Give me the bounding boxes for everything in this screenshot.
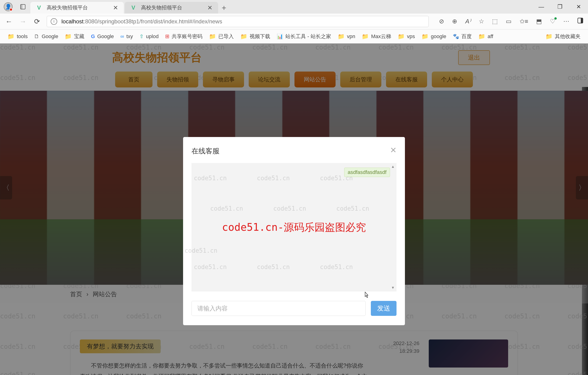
browser-tab-active[interactable]: V 高校失物招领平台 ✕ xyxy=(30,2,124,13)
folder-icon: 📁 xyxy=(362,33,369,40)
bookmark-item[interactable]: 🗋Google xyxy=(34,33,58,40)
bookmark-item[interactable]: 📁vps xyxy=(398,33,415,40)
svg-rect-3 xyxy=(581,18,583,23)
tab-close-icon[interactable]: ✕ xyxy=(207,4,212,11)
chat-message-outgoing: asdfasdfasdfasdf xyxy=(198,168,390,177)
send-button[interactable]: 发送 xyxy=(371,301,397,316)
toolbar-icons: ⊘ ⊕ A⁾ ☆ ⬚ ▭ ✩≡ ⬒ ♡ ⋯ xyxy=(439,18,583,25)
bookmark-item[interactable]: ⇧uplod xyxy=(139,33,158,40)
bookmarks-bar: 📁tools 🗋Google 📁宝藏 GGoogle ∞txy ⇧uplod ⊞… xyxy=(0,30,588,44)
bookmark-item[interactable]: 📊站长工具 - 站长之家 xyxy=(277,33,331,40)
folder-icon: 📁 xyxy=(421,33,429,40)
chat-input[interactable] xyxy=(191,301,366,316)
close-window-button[interactable]: ✕ xyxy=(569,0,588,13)
zoom-icon[interactable]: ⊕ xyxy=(452,18,457,25)
vue-favicon-icon: V xyxy=(130,5,136,11)
back-button[interactable]: ← xyxy=(5,18,13,25)
mouse-cursor xyxy=(363,291,370,301)
modal-close-icon[interactable]: ✕ xyxy=(390,145,397,155)
folder-icon: 📁 xyxy=(209,33,216,40)
read-aloud-icon[interactable]: A⁾ xyxy=(465,18,471,25)
bookmark-item[interactable]: GGoogle xyxy=(91,33,114,40)
tracking-icon[interactable]: ⊘ xyxy=(439,18,444,25)
folder-icon: 📁 xyxy=(65,33,72,40)
folder-icon: 📁 xyxy=(240,33,247,40)
minimize-button[interactable]: — xyxy=(532,0,551,13)
profile-icon[interactable]: 👤 xyxy=(4,2,13,11)
bookmark-item[interactable]: 🐾百度 xyxy=(453,33,472,40)
extensions-icon[interactable]: ⬚ xyxy=(492,18,498,25)
browser-ext-icon[interactable]: ⬒ xyxy=(536,18,542,25)
tab-close-icon[interactable]: ✕ xyxy=(113,4,118,11)
page-icon: 🗋 xyxy=(34,33,39,40)
chat-input-row: 发送 xyxy=(183,292,405,316)
chat-history: ▴ ▾ asdfasdfasdfasdf code51.cncode51.cnc… xyxy=(191,163,397,292)
upload-icon: ⇧ xyxy=(139,33,144,40)
url-text: localhost:8080/springboot38tp1/front/dis… xyxy=(62,18,222,25)
folder-icon: 📁 xyxy=(546,33,553,40)
page-content: code51.cncode51.cncode51.cncode51.cncode… xyxy=(0,44,588,375)
google-icon: G xyxy=(91,33,95,40)
browser-tab[interactable]: V 高校失物招领平台 ✕ xyxy=(125,2,218,13)
baidu-icon: 🐾 xyxy=(453,33,459,40)
folder-icon: 📁 xyxy=(8,33,14,40)
browser-titlebar: 👤 V 高校失物招领平台 ✕ V 高校失物招领平台 ✕ ＋ — ❐ ✕ xyxy=(0,0,588,13)
bookmark-item[interactable]: 📁aff xyxy=(478,33,493,40)
bookmark-item[interactable]: ∞txy xyxy=(120,33,133,40)
new-tab-button[interactable]: ＋ xyxy=(218,2,230,13)
maximize-button[interactable]: ❐ xyxy=(551,0,569,13)
bookmark-item[interactable]: 📁视频下载 xyxy=(240,33,270,40)
bookmark-item[interactable]: 📁已导入 xyxy=(209,33,234,40)
chat-modal: 在线客服 ✕ ▴ ▾ asdfasdfasdfasdf code51.cncod… xyxy=(183,137,405,325)
bookmark-other[interactable]: 📁其他收藏夹 xyxy=(546,33,580,40)
address-bar: ← → ⟳ i localhost:8080/springboot38tp1/f… xyxy=(0,13,588,30)
svg-rect-1 xyxy=(21,4,22,9)
share-icon: ⊞ xyxy=(165,33,169,40)
tab-overview-icon[interactable] xyxy=(20,4,26,10)
bookmark-item[interactable]: 📁vpn xyxy=(338,33,355,40)
bookmark-item[interactable]: 📁tools xyxy=(8,33,28,40)
url-input[interactable]: i localhost:8080/springboot38tp1/front/d… xyxy=(47,16,429,27)
refresh-button[interactable]: ⟳ xyxy=(33,17,41,25)
vue-favicon-icon: V xyxy=(36,5,42,11)
window-controls: — ❐ ✕ xyxy=(532,0,588,13)
bookmark-item[interactable]: 📁google xyxy=(421,33,446,40)
webmaster-icon: 📊 xyxy=(277,33,283,40)
chat-bubble: asdfasdfasdfasdf xyxy=(344,168,390,177)
folder-icon: 📁 xyxy=(398,33,405,40)
favorites-icon[interactable]: ☆ xyxy=(479,18,484,25)
collections-icon[interactable]: ▭ xyxy=(506,18,512,25)
folder-icon: 📁 xyxy=(478,33,485,40)
tab-title: 高校失物招领平台 xyxy=(47,4,108,11)
folder-icon: 📁 xyxy=(338,33,345,40)
scroll-up-icon[interactable]: ▴ xyxy=(390,164,396,169)
favorites-bar-icon[interactable]: ✩≡ xyxy=(520,18,528,25)
tab-title: 高校失物招领平台 xyxy=(141,4,203,11)
bookmark-item[interactable]: 📁宝藏 xyxy=(65,33,84,40)
modal-title: 在线客服 xyxy=(183,146,405,163)
anti-theft-watermark: code51.cn-源码乐园盗图必究 xyxy=(222,221,366,234)
bookmark-item[interactable]: ⊞共享账号密码 xyxy=(165,33,202,40)
shopping-icon[interactable]: ♡ xyxy=(550,18,555,25)
scroll-down-icon[interactable]: ▾ xyxy=(390,285,396,291)
site-info-icon[interactable]: i xyxy=(51,18,57,25)
profile-area: 👤 xyxy=(0,0,29,13)
txy-icon: ∞ xyxy=(120,33,124,40)
forward-button: → xyxy=(19,18,27,25)
sidebar-toggle-icon[interactable] xyxy=(577,18,583,25)
bookmark-item[interactable]: 📁Max云梯 xyxy=(362,33,391,40)
more-icon[interactable]: ⋯ xyxy=(563,18,569,25)
